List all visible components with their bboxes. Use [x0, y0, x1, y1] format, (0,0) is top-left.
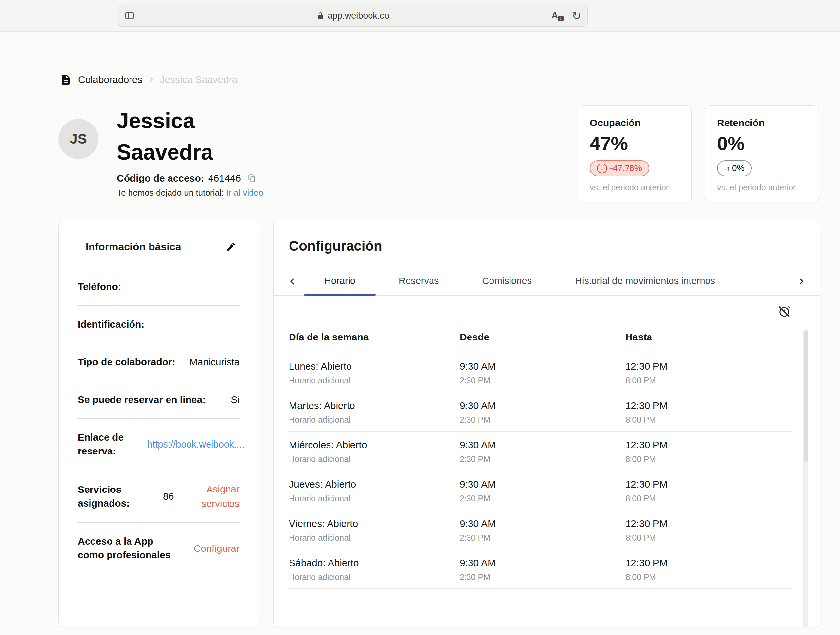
to-cell: 12:30 PM	[625, 440, 791, 451]
chevron-right-icon: ›	[149, 74, 153, 85]
configuration-card: Configuración Horario Reservas Comisione…	[273, 221, 820, 627]
day-cell: Lunes: Abierto	[289, 361, 459, 372]
collaborator-profile-page: app.weibook.co A 文 ↻ Colaboradores › Jes…	[0, 0, 840, 635]
schedule-row-sabado: Sábado: AbiertoHorario adicional 9:30 AM…	[289, 550, 791, 589]
booking-link-value[interactable]: https://book.weibook....	[147, 439, 245, 450]
to-cell: 12:30 PM	[625, 361, 791, 372]
day-extra: Horario adicional	[289, 533, 459, 543]
reload-icon[interactable]: ↻	[572, 10, 582, 21]
breadcrumb-current: Jessica Saavedra	[159, 74, 237, 85]
app-access-label: Acceso a la App como profesionales	[78, 534, 176, 562]
from-cell: 9:30 AM	[459, 400, 625, 411]
to-cell: 12:30 PM	[625, 479, 791, 490]
url-text: app.weibook.co	[328, 11, 389, 21]
basic-info-card: Información básica Teléfono: Identificac…	[58, 221, 259, 627]
browser-toolbar: app.weibook.co A 文 ↻	[0, 0, 840, 32]
vertical-scrollbar[interactable]	[803, 329, 808, 627]
to-extra: 8:00 PM	[625, 533, 791, 543]
from-extra: 2:30 PM	[459, 572, 625, 582]
retention-footnote: vs. el periodo anterior	[717, 183, 807, 192]
from-cell: 9:30 AM	[459, 518, 625, 529]
from-extra: 2:30 PM	[459, 376, 625, 385]
schedule-row-lunes: Lunes: AbiertoHorario adicional 9:30 AM2…	[289, 353, 791, 392]
breadcrumb-collaborators[interactable]: Colaboradores	[78, 74, 143, 85]
to-extra: 8:00 PM	[625, 415, 791, 425]
copy-icon[interactable]	[248, 174, 257, 183]
info-row-online-booking: Se puede reservar en linea: Si	[77, 381, 240, 419]
configuration-title: Configuración	[274, 238, 820, 254]
schedule-row-viernes: Viernes: AbiertoHorario adicional 9:30 A…	[289, 510, 791, 550]
from-extra: 2:30 PM	[459, 415, 625, 425]
profile-summary: JS Jessica Saavedra Código de acceso: 46…	[58, 105, 263, 198]
day-extra: Horario adicional	[289, 454, 459, 464]
day-extra: Horario adicional	[289, 415, 459, 425]
day-cell: Sábado: Abierto	[289, 557, 459, 569]
alarm-off-icon[interactable]	[777, 304, 791, 318]
from-extra: 2:30 PM	[459, 494, 625, 503]
day-extra: Horario adicional	[289, 494, 459, 503]
services-label: Servicios asignados:	[78, 483, 147, 510]
services-count: 86	[150, 491, 191, 502]
arrows-up-down-icon: ↓↑	[724, 164, 729, 172]
retention-card: Retención 0% ↓↑ 0% vs. el periodo anteri…	[705, 105, 819, 202]
occupation-title: Ocupación	[590, 117, 680, 128]
to-cell: 12:30 PM	[625, 400, 791, 411]
lock-icon	[316, 12, 324, 20]
tab-reservas[interactable]: Reservas	[377, 268, 461, 295]
configuration-tabbar: Horario Reservas Comisiones Historial de…	[274, 268, 820, 296]
online-booking-value: Si	[231, 394, 240, 405]
translate-icon[interactable]: A 文	[552, 11, 564, 21]
basic-info-title: Información básica	[85, 241, 181, 253]
arrow-down-icon: ↓	[597, 164, 607, 173]
page-title: Jessica Saavedra	[117, 105, 261, 168]
configure-app-access-link[interactable]: Configurar	[176, 541, 240, 556]
info-row-app-access: Acceso a la App como profesionales Confi…	[77, 523, 240, 574]
tab-historial-movimientos[interactable]: Historial de movimientos internos	[553, 268, 737, 295]
tutorial-text: Te hemos dejado un tutorial:	[117, 188, 226, 198]
occupation-trend-badge: ↓ -47.78%	[590, 160, 649, 176]
schedule-row-martes: Martes: AbiertoHorario adicional 9:30 AM…	[289, 392, 791, 432]
tab-horario[interactable]: Horario	[303, 268, 377, 295]
assign-services-link[interactable]: Asignar servicios	[194, 482, 240, 511]
day-extra: Horario adicional	[289, 376, 459, 385]
access-code-label: Código de acceso:	[117, 173, 204, 184]
retention-value: 0%	[717, 132, 807, 154]
sidebar-toggle-icon[interactable]	[124, 11, 135, 21]
avatar: JS	[58, 119, 98, 159]
to-extra: 8:00 PM	[625, 376, 791, 385]
day-cell: Miércoles: Abierto	[289, 440, 459, 451]
main-content: Información básica Teléfono: Identificac…	[58, 221, 820, 627]
tab-comisiones[interactable]: Comisiones	[461, 268, 554, 295]
from-cell: 9:30 AM	[459, 440, 625, 451]
column-from: Desde	[459, 332, 625, 343]
address-bar[interactable]: app.weibook.co A 文 ↻	[118, 5, 587, 27]
booking-link-label: Enlace de reserva:	[78, 430, 147, 458]
schedule-panel: Día de la semana Desde Hasta Lunes: Abie…	[274, 296, 820, 589]
info-row-identification: Identificación:	[77, 306, 240, 343]
to-extra: 8:00 PM	[625, 454, 791, 464]
to-cell: 12:30 PM	[625, 518, 791, 529]
column-to: Hasta	[625, 332, 791, 343]
tabs-scroll-left-icon[interactable]	[283, 277, 303, 286]
occupation-badge-text: -47.78%	[610, 163, 642, 173]
info-row-collaborator-type: Tipo de colaborador: Manicurista	[77, 343, 240, 381]
stat-cards: Ocupación 47% ↓ -47.78% vs. el periodo a…	[578, 105, 819, 202]
tutorial-video-link[interactable]: Ir al video	[226, 188, 263, 198]
from-cell: 9:30 AM	[459, 557, 625, 569]
profile-header: JS Jessica Saavedra Código de acceso: 46…	[58, 105, 819, 202]
edit-pencil-icon[interactable]	[225, 241, 237, 253]
column-day: Día de la semana	[289, 332, 459, 343]
occupation-card: Ocupación 47% ↓ -47.78% vs. el periodo a…	[578, 105, 692, 202]
from-cell: 9:30 AM	[459, 479, 625, 490]
breadcrumb: Colaboradores › Jessica Saavedra	[60, 74, 840, 85]
scrollbar-thumb[interactable]	[804, 331, 808, 462]
to-extra: 8:00 PM	[625, 494, 791, 503]
info-row-phone: Teléfono:	[77, 268, 240, 306]
day-cell: Jueves: Abierto	[289, 479, 459, 490]
occupation-value: 47%	[590, 132, 680, 154]
day-extra: Horario adicional	[289, 572, 459, 582]
schedule-row-jueves: Jueves: AbiertoHorario adicional 9:30 AM…	[289, 471, 791, 510]
tabs-scroll-right-icon[interactable]	[791, 277, 811, 286]
online-booking-label: Se puede reservar en linea:	[78, 393, 231, 407]
day-cell: Martes: Abierto	[289, 400, 459, 411]
